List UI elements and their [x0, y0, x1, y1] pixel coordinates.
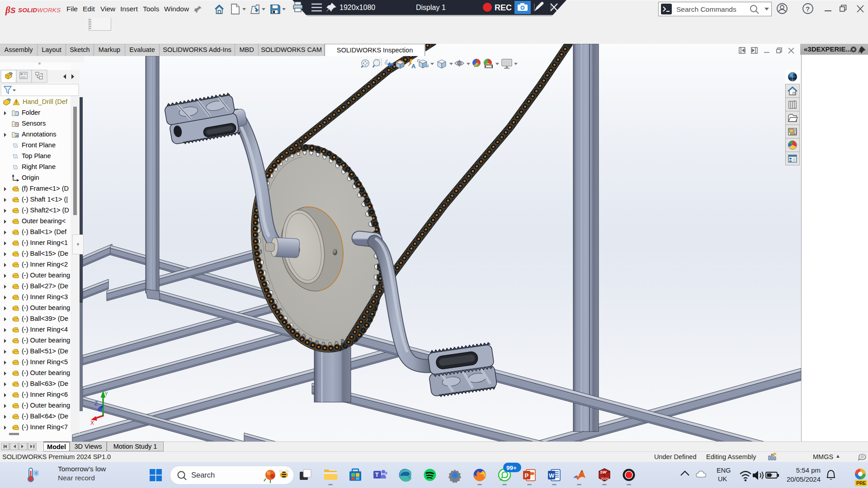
svg-text:Tomorrow's low: Tomorrow's low	[58, 465, 106, 473]
svg-text:(-) Shaft2<1> (D: (-) Shaft2<1> (D	[22, 206, 69, 214]
svg-text:5:54 pm: 5:54 pm	[796, 466, 821, 474]
svg-text:β: β	[5, 5, 10, 15]
svg-text:(-) Ball<63> (De: (-) Ball<63> (De	[22, 380, 68, 387]
svg-text:(-) Ball<1> (Def: (-) Ball<1> (Def	[22, 228, 67, 235]
svg-text:(-) Inner Ring<5: (-) Inner Ring<5	[22, 358, 68, 366]
svg-text:Near record: Near record	[58, 474, 95, 482]
svg-text:(-) Outer bearing: (-) Outer bearing	[22, 402, 70, 409]
svg-text:Search: Search	[191, 471, 215, 479]
svg-text:(-) Ball<27> (De: (-) Ball<27> (De	[22, 282, 68, 290]
svg-text:(-) Inner Ring<6: (-) Inner Ring<6	[22, 391, 68, 398]
svg-text:REC: REC	[495, 3, 512, 12]
svg-text:20/05/2024: 20/05/2024	[787, 475, 821, 483]
svg-text:SOLIDWORKS: SOLIDWORKS	[18, 7, 61, 14]
svg-text:(-) Outer bearing: (-) Outer bearing	[22, 304, 70, 311]
svg-text:(-) Inner Ring<1: (-) Inner Ring<1	[22, 239, 68, 246]
svg-text:(-) Outer bearing: (-) Outer bearing	[22, 337, 70, 344]
svg-text:W: W	[549, 472, 555, 479]
svg-text:Search Commands: Search Commands	[676, 5, 736, 13]
svg-text:Top Plane: Top Plane	[22, 152, 51, 160]
svg-text:A: A	[411, 63, 416, 70]
svg-text:(-) Inner Ring<2: (-) Inner Ring<2	[22, 261, 68, 268]
svg-text:Front Plane: Front Plane	[22, 141, 56, 149]
svg-text:Z: Z	[94, 400, 98, 407]
svg-text:(-) Ball<64> (De: (-) Ball<64> (De	[22, 413, 68, 420]
svg-text:P: P	[525, 472, 529, 479]
svg-text:Right Plane: Right Plane	[22, 163, 56, 170]
svg-text:!: !	[15, 100, 17, 105]
svg-text:(f) Frame<1> (D: (f) Frame<1> (D	[22, 185, 69, 192]
svg-text:(-) Ball<39> (De: (-) Ball<39> (De	[22, 315, 68, 322]
svg-text:(-) Inner Ring<7: (-) Inner Ring<7	[22, 423, 68, 431]
svg-text:Folder: Folder	[22, 109, 40, 116]
svg-text:(-) Outer bearing: (-) Outer bearing	[22, 369, 70, 376]
svg-text:T: T	[375, 472, 379, 478]
svg-text:X: X	[90, 420, 94, 426]
svg-text:(-) Ball<15> (De: (-) Ball<15> (De	[22, 250, 68, 257]
svg-text:Hand_Drill (Def: Hand_Drill (Def	[23, 98, 68, 105]
svg-text:(-) Inner Ring<3: (-) Inner Ring<3	[22, 293, 68, 300]
svg-text:2024: 2024	[601, 477, 609, 481]
svg-text:UK: UK	[718, 475, 727, 483]
svg-text:(-) Outer bearing: (-) Outer bearing	[22, 272, 70, 279]
svg-text:99+: 99+	[506, 465, 517, 471]
svg-text:Outer bearing<: Outer bearing<	[22, 217, 66, 225]
svg-text:Sensors: Sensors	[22, 120, 46, 127]
svg-text:(-) Ball<51> (De: (-) Ball<51> (De	[22, 347, 68, 355]
svg-text:Annotations: Annotations	[22, 131, 57, 138]
svg-text:S: S	[10, 6, 16, 15]
svg-text:(-) Inner Ring<4: (-) Inner Ring<4	[22, 326, 68, 333]
svg-text:?: ?	[806, 5, 810, 13]
svg-text:868x488: 868x488	[340, 4, 375, 11]
svg-text:Origin: Origin	[22, 174, 39, 181]
svg-text:PRE: PRE	[856, 480, 866, 486]
svg-text:A: A	[16, 134, 18, 137]
svg-text:(-) Shaft 1<1> (|: (-) Shaft 1<1> (|	[22, 196, 68, 203]
svg-text:ENG: ENG	[717, 467, 731, 474]
svg-text:Display 1: Display 1	[416, 4, 446, 11]
svg-text:SW: SW	[600, 470, 607, 474]
svg-text:Y: Y	[104, 391, 108, 397]
